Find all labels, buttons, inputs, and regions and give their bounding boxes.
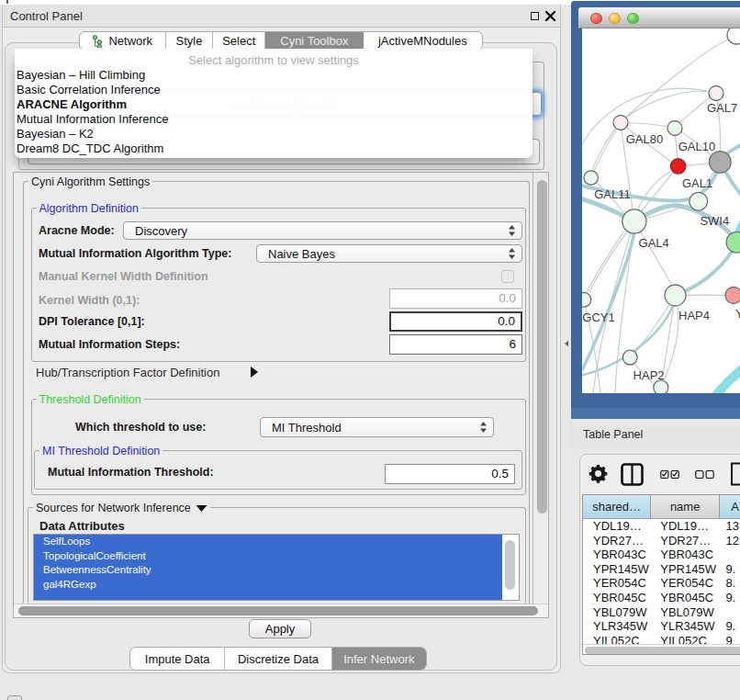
tab-style[interactable]: Style: [166, 32, 214, 50]
table-row[interactable]: YDL19…YDL19…13: [583, 519, 740, 534]
manual-kernel-width-checkbox[interactable]: [501, 270, 514, 283]
mi-steps-label: Mutual Information Steps:: [39, 338, 180, 351]
network-node[interactable]: [725, 288, 740, 304]
table-cell: YDR27…: [583, 534, 651, 548]
node-label: HAP4: [678, 309, 710, 322]
network-node[interactable]: [726, 231, 740, 253]
network-window-titlebar: [578, 7, 740, 28]
table-row[interactable]: YBR045CYBR045C9.: [583, 591, 740, 605]
table-cell: 12: [720, 534, 740, 548]
table-row[interactable]: YLR345WYLR345W9.: [583, 619, 740, 634]
settings-vertical-scrollbar[interactable]: [537, 180, 547, 514]
network-node[interactable]: [654, 380, 668, 393]
mi-steps-field[interactable]: 6: [389, 334, 522, 355]
popup-item[interactable]: Basic Correlation Inference: [15, 83, 533, 97]
float-window-icon[interactable]: [531, 12, 539, 20]
gear-icon[interactable]: [589, 464, 608, 483]
table-panel: Table Panel: [571, 420, 740, 700]
collapse-arrow-icon[interactable]: [196, 504, 207, 513]
table-container: shared… name A YDL19…YDL19…13YDR27…YDR27…: [579, 454, 740, 666]
list-item[interactable]: BetweennessCentrality: [34, 563, 502, 578]
popup-item[interactable]: Mutual Information Inference: [15, 112, 533, 127]
hub-definition-label[interactable]: Hub/Transcription Factor Definition: [36, 366, 219, 379]
close-traffic-light[interactable]: [590, 13, 602, 25]
column-header-shared-name[interactable]: shared…: [583, 495, 651, 518]
manual-kernel-width-label: Manual Kernel Width Definition: [39, 270, 208, 283]
close-icon[interactable]: [544, 10, 556, 22]
popup-item[interactable]: Bayesian – Hill Climbing: [15, 68, 533, 83]
network-node[interactable]: [710, 152, 732, 174]
tab-jactivemnodules[interactable]: jActiveMNodules: [364, 32, 482, 50]
tab-impute-data[interactable]: Impute Data: [130, 648, 225, 670]
tab-select[interactable]: Select: [213, 32, 265, 50]
popup-item[interactable]: Bayesian – K2: [15, 127, 533, 141]
data-attributes-label: Data Attributes: [39, 519, 125, 533]
combo-arrows-icon: [508, 224, 516, 237]
network-node[interactable]: [665, 285, 686, 306]
which-threshold-combo[interactable]: MI Threshold: [260, 417, 494, 437]
minimize-traffic-light[interactable]: [609, 13, 621, 25]
checked-pair-icon[interactable]: [660, 469, 679, 480]
table-cell: 13: [720, 519, 740, 534]
table-cell: YBL079W: [651, 605, 720, 620]
network-node[interactable]: [727, 28, 740, 44]
apply-button[interactable]: Apply: [249, 619, 311, 638]
network-node[interactable]: [582, 292, 591, 307]
mi-threshold-field[interactable]: 0.5: [385, 464, 515, 484]
table-cell: YPR145W: [583, 562, 651, 577]
network-node[interactable]: [622, 209, 646, 233]
popup-item[interactable]: Dream8 DC_TDC Algorithm: [15, 141, 533, 156]
network-node[interactable]: [667, 121, 682, 136]
popup-item-selected[interactable]: ARACNE Algorithm: [15, 97, 533, 112]
table-row[interactable]: YER054CYER054C8.: [583, 576, 740, 591]
algorithm-dropdown-popup: Select algorithm to view settings Bayesi…: [15, 49, 533, 158]
node-label: GAL80: [626, 132, 663, 146]
tab-network[interactable]: Network: [80, 32, 166, 50]
bottom-left-partial-icon: [7, 695, 22, 700]
table-cell: 9.: [720, 562, 740, 577]
control-panel-title: Control Panel: [10, 9, 83, 23]
table-cell: 9.: [720, 591, 740, 605]
kernel-width-field[interactable]: 0.0: [389, 288, 522, 309]
list-item[interactable]: SelfLoops: [34, 535, 502, 549]
network-node[interactable]: [584, 171, 598, 185]
zoom-traffic-light[interactable]: [627, 13, 639, 25]
network-node[interactable]: [670, 159, 685, 174]
data-attributes-list: SelfLoops TopologicalCoefficient Between…: [33, 534, 520, 601]
table-row[interactable]: YBR043CYBR043C: [583, 548, 740, 562]
network-icon: [92, 35, 104, 48]
table-horizontal-scrollbar[interactable]: [585, 647, 740, 654]
table-row[interactable]: YDR27…YDR27…12: [583, 534, 740, 548]
document-icon[interactable]: [730, 462, 740, 486]
network-node[interactable]: [613, 116, 628, 130]
unchecked-pair-icon[interactable]: [695, 469, 714, 480]
table-cell: YLR345W: [651, 619, 720, 634]
list-item[interactable]: gal4RGexp: [34, 578, 502, 593]
node-table: shared… name A YDL19…YDL19…13YDR27…YDR27…: [582, 494, 740, 655]
table-cell: YER054C: [651, 576, 720, 591]
aracne-mode-combo[interactable]: Discovery: [123, 221, 522, 240]
list-item[interactable]: TopologicalCoefficient: [34, 549, 502, 564]
list-vertical-scrollbar[interactable]: [505, 540, 515, 590]
settings-horizontal-scrollbar[interactable]: [18, 606, 538, 615]
table-cell: YBR045C: [651, 591, 720, 605]
hub-expand-arrow-icon[interactable]: [251, 367, 258, 378]
tab-discretize-data[interactable]: Discretize Data: [225, 648, 331, 670]
column-header-name[interactable]: name: [651, 495, 720, 518]
column-header-third[interactable]: A: [720, 495, 740, 518]
table-row[interactable]: YPR145WYPR145W9.: [583, 562, 740, 577]
network-canvas[interactable]: GAL7GAL80GAL10GAL1GAL11SWI4GAL4GCY1HAP4Y…: [582, 28, 740, 393]
split-columns-icon[interactable]: [621, 463, 644, 486]
network-node[interactable]: [622, 350, 637, 365]
table-row[interactable]: YBL079WYBL079W: [583, 605, 740, 620]
dpi-tolerance-field[interactable]: 0.0: [389, 311, 522, 332]
cyni-group-title: Cyni Algorithm Settings: [28, 175, 152, 188]
tab-infer-network[interactable]: Infer Network: [332, 648, 426, 670]
network-graph: GAL7GAL80GAL10GAL1GAL11SWI4GAL4GCY1HAP4Y…: [582, 28, 740, 393]
splitter-collapse-icon[interactable]: [565, 341, 568, 346]
network-node[interactable]: [690, 192, 708, 210]
network-node[interactable]: [709, 86, 723, 101]
mi-algorithm-type-combo[interactable]: Naive Bayes: [256, 244, 522, 263]
table-cell: YER054C: [583, 576, 651, 591]
tab-cyni-toolbox[interactable]: Cyni Toolbox: [265, 32, 364, 50]
